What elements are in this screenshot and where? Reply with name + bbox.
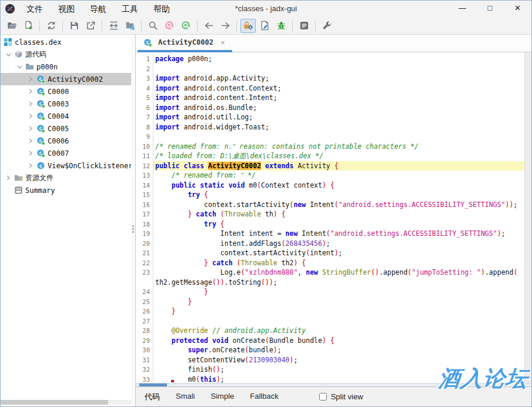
tree-item-C0004[interactable]: cC0004 xyxy=(1,110,131,122)
tree-item-C0005[interactable]: cC0005 xyxy=(1,122,131,135)
code-area[interactable]: 1package p000n;23import android.app.Acti… xyxy=(136,52,524,383)
chevron-right-icon[interactable] xyxy=(25,76,36,82)
code-text[interactable]: public static void m0(Context context) { xyxy=(153,181,524,191)
code-text[interactable]: public class ActivityC0002 extends Activ… xyxy=(153,161,524,171)
save-all-button[interactable] xyxy=(66,19,82,33)
tree-item-C0000[interactable]: cC0000 xyxy=(1,85,131,98)
reload-button[interactable] xyxy=(44,19,59,33)
open-file-button[interactable] xyxy=(4,19,19,33)
menu-帮助[interactable]: 帮助 xyxy=(146,1,178,17)
tree-item--[interactable]: 资源文件 xyxy=(1,172,131,184)
vertical-scrollbar[interactable] xyxy=(524,52,531,383)
chevron-down-icon[interactable] xyxy=(3,52,14,57)
code-text[interactable]: import android.content.Intent; xyxy=(153,93,524,103)
tree-item-classes.dex[interactable]: classes.dex xyxy=(1,36,131,48)
code-text[interactable]: import android.app.Activity; xyxy=(153,74,524,84)
preferences-button[interactable] xyxy=(319,19,334,33)
code-text[interactable]: context.startActivity(new Intent("androi… xyxy=(153,200,524,210)
tree-horizontal-scrollbar[interactable] xyxy=(1,400,131,405)
chevron-down-icon[interactable] xyxy=(14,65,25,69)
tree-item-C0007[interactable]: cC0007 xyxy=(1,147,131,159)
chevron-right-icon[interactable] xyxy=(3,175,14,181)
code-text[interactable]: } xyxy=(153,306,524,316)
class-search-button[interactable] xyxy=(178,19,193,33)
tree-item-C0003[interactable]: cC0003 xyxy=(1,98,131,110)
code-text[interactable]: protected void onCreate(Bundle bundle) { xyxy=(153,336,524,346)
code-text[interactable]: setContentView(2130903040); xyxy=(153,355,524,365)
debug-button[interactable] xyxy=(273,19,289,33)
code-text[interactable]: Log.e("xzlnbdnm888", new StringBuffer().… xyxy=(153,268,524,287)
tree-horizontal-scrollbar-thumb[interactable] xyxy=(1,400,108,405)
code-text[interactable]: try { xyxy=(153,219,524,229)
code-text[interactable]: context.startActivity(intent); xyxy=(153,248,524,258)
chevron-right-icon[interactable] xyxy=(25,151,36,156)
chevron-right-icon[interactable] xyxy=(25,101,36,106)
forward-button[interactable] xyxy=(218,19,233,33)
add-files-button[interactable] xyxy=(21,19,36,33)
chevron-right-icon[interactable] xyxy=(25,89,36,94)
tree-item--[interactable]: 源代码 xyxy=(1,48,131,61)
code-text[interactable]: import android.content.Context; xyxy=(153,84,524,94)
code-text[interactable]: @Override // android.app.Activity xyxy=(153,326,524,336)
view-tab-代码[interactable]: 代码 xyxy=(145,392,160,402)
code-text[interactable]: } catch (Throwable th) { xyxy=(153,209,524,219)
code-text[interactable]: import android.util.Log; xyxy=(153,112,524,122)
code-text[interactable]: } xyxy=(153,287,524,297)
code-editor[interactable]: 1package p000n;23import android.app.Acti… xyxy=(136,52,531,383)
code-text[interactable]: try { xyxy=(153,190,524,200)
tree-item-Summary[interactable]: Summary xyxy=(1,184,131,196)
tab-close-icon[interactable]: × xyxy=(220,39,225,46)
splitter-grip-icon[interactable] xyxy=(132,224,135,234)
search-button[interactable] xyxy=(145,19,160,33)
deobfuscation-button[interactable] xyxy=(240,19,256,33)
code-text[interactable] xyxy=(153,316,524,326)
menu-视图[interactable]: 视图 xyxy=(51,1,82,17)
split-view-checkbox[interactable] xyxy=(319,393,327,401)
code-text[interactable]: /* loaded from: D:\桌面\dex\classes.dex */ xyxy=(153,151,524,161)
code-text[interactable]: import android.os.Bundle; xyxy=(153,103,524,113)
menu-文件[interactable]: 文件 xyxy=(19,1,51,17)
horizontal-scrollbar[interactable] xyxy=(136,383,531,386)
back-button[interactable] xyxy=(201,19,216,33)
code-text[interactable]: package p000n; xyxy=(153,54,524,64)
code-text[interactable]: } xyxy=(153,297,524,307)
split-view-toggle[interactable]: Split view xyxy=(319,392,363,401)
code-text[interactable]: Intent intent = new Intent("android.sett… xyxy=(153,229,524,239)
chevron-right-icon[interactable] xyxy=(25,163,36,168)
menu-工具[interactable]: 工具 xyxy=(114,1,146,17)
tree-item-ActivityC0002[interactable]: cActivityC0002 xyxy=(1,73,131,85)
close-button[interactable]: ✕ xyxy=(504,1,531,17)
code-text[interactable]: import android.widget.Toast; xyxy=(153,122,524,132)
code-text[interactable] xyxy=(153,64,524,74)
maximize-button[interactable]: □ xyxy=(476,1,504,17)
chevron-right-icon[interactable] xyxy=(25,126,36,131)
code-text[interactable]: intent.addFlags(268435456); xyxy=(153,239,524,249)
code-text[interactable]: m0(this); xyxy=(153,375,524,383)
view-tab-Simple[interactable]: Simple xyxy=(211,392,235,402)
view-tab-Smali[interactable]: Smali xyxy=(176,392,195,402)
tree-item-p000n[interactable]: p000n xyxy=(1,61,131,73)
chevron-right-icon[interactable] xyxy=(25,114,36,119)
code-text[interactable]: } catch (Throwable th2) { xyxy=(153,258,524,268)
menu-导航[interactable]: 导航 xyxy=(82,1,114,17)
tree-item-C0006[interactable]: cC0006 xyxy=(1,135,131,147)
code-text[interactable]: /* renamed from: ʺ */ xyxy=(153,171,524,181)
code-text[interactable]: super.onCreate(bundle); xyxy=(153,345,524,355)
view-tab-Fallback[interactable]: Fallback xyxy=(250,392,278,402)
chevron-right-icon[interactable] xyxy=(25,138,36,144)
code-text[interactable] xyxy=(153,132,524,142)
code-text[interactable]: finish(); xyxy=(153,365,524,375)
tab-activityc0002[interactable]: c ActivityC0002 × xyxy=(138,35,232,52)
log-viewer-button[interactable] xyxy=(296,19,312,33)
export-button[interactable] xyxy=(83,19,98,33)
tree-item-label: View$OnClickListener xyxy=(48,162,131,170)
panel-splitter[interactable] xyxy=(131,35,135,406)
document-edit-button[interactable] xyxy=(257,19,272,33)
horizontal-scrollbar-thumb[interactable] xyxy=(139,383,167,386)
text-search-button[interactable] xyxy=(162,19,177,33)
minimize-button[interactable]: — xyxy=(449,1,476,17)
tree-item-View$OnClickListener[interactable]: cView$OnClickListener xyxy=(1,159,131,172)
sync-with-editor-button[interactable] xyxy=(106,19,121,33)
code-text[interactable]: /* renamed from: n.ʺ reason: contains no… xyxy=(153,142,524,152)
flatten-packages-button[interactable] xyxy=(122,19,138,33)
